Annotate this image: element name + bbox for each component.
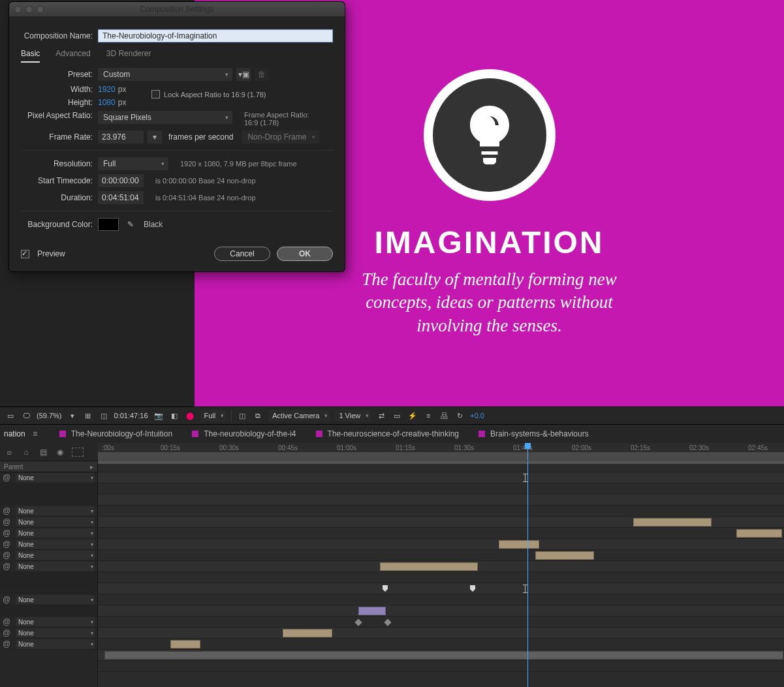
tab-3d-renderer[interactable]: 3D Renderer [106,49,151,63]
zoom-readout[interactable]: (59.7%) [37,412,62,420]
tab-intuition[interactable]: The-Neurobiology-of-Intuition [59,429,172,438]
layer-row[interactable]: @None [0,617,97,628]
track-row[interactable] [98,506,784,517]
parent-pickwhip-icon[interactable]: @ [3,562,12,571]
graph-editor-icon[interactable] [72,448,84,457]
grid-icon[interactable]: ⊞ [83,410,93,421]
tab-brain[interactable]: Brain-systems-&-behaviours [478,429,589,438]
layer-clip[interactable] [535,551,594,560]
reset-exposure-icon[interactable]: ↻ [454,410,465,421]
channels-icon[interactable]: ⬤ [185,410,195,421]
track-row[interactable] [98,472,784,483]
timecode-readout[interactable]: 0:01:47:16 [114,412,148,420]
camera-select[interactable]: Active Camera [268,410,330,421]
dialog-titlebar[interactable]: Composition Settings [9,2,345,16]
tab-creative[interactable]: The-neuroscience-of-creative-thinking [316,429,459,438]
exposure-value[interactable]: +0.0 [470,412,484,420]
parent-select[interactable]: None [16,506,95,515]
layer-row[interactable]: @None [0,550,97,561]
duration-value[interactable]: 0:04:51:04 [98,191,144,204]
track-row[interactable] [98,583,784,594]
track-row[interactable] [98,572,784,583]
chevron-down-icon[interactable]: ▾ [67,410,78,421]
width-value[interactable]: 1920 [98,85,116,94]
layer-row[interactable]: @None [0,628,97,639]
start-timecode-value[interactable]: 0:00:00:00 [98,174,144,187]
track-row[interactable] [98,650,784,661]
composition-marker[interactable] [470,585,475,592]
parent-select[interactable]: None [16,540,95,549]
track-row[interactable] [98,605,784,617]
work-area-bar[interactable] [98,452,784,461]
sync-icon[interactable]: ⇄ [376,410,386,421]
parent-select[interactable]: None [16,639,95,649]
parent-pickwhip-icon[interactable]: @ [3,517,12,527]
layer-clip[interactable] [499,540,539,549]
parent-pickwhip-icon[interactable]: @ [3,506,12,515]
eyedropper-icon[interactable]: ✎ [124,218,137,231]
pixel-aspect-icon[interactable]: ▭ [392,410,402,421]
transparency-icon[interactable]: ◫ [237,410,247,421]
show-snapshot-icon[interactable]: ◧ [169,410,180,421]
window-traffic-lights[interactable] [14,6,44,13]
layer-clip[interactable] [380,562,478,571]
cancel-button[interactable]: Cancel [214,247,270,261]
composition-marker[interactable] [383,585,388,592]
layer-row[interactable]: @None [0,539,97,550]
pixel-aspect-select[interactable]: Square Pixels [98,111,232,124]
parent-pickwhip-icon[interactable]: @ [3,617,12,626]
layer-clip[interactable] [170,640,200,649]
mask-icon[interactable]: ◫ [99,410,109,421]
layer-row[interactable]: @None [0,472,97,483]
layer-row[interactable]: @None [0,594,97,605]
layer-row[interactable]: @None [0,639,97,650]
in-out-marker[interactable] [525,474,525,482]
track-row[interactable] [98,517,784,528]
layer-row[interactable]: @None [0,561,97,572]
keyframe-diamond[interactable] [354,618,362,626]
track-row[interactable] [98,495,784,506]
track-row[interactable] [98,639,784,650]
track-row[interactable] [98,528,784,539]
layer-clip[interactable] [358,607,386,615]
playhead-line[interactable] [527,461,528,687]
in-out-marker[interactable] [525,585,525,593]
track-row[interactable] [98,661,784,672]
lock-aspect-checkbox[interactable] [151,90,160,99]
parent-pickwhip-icon[interactable]: @ [3,628,12,637]
region-icon[interactable]: ⧉ [253,410,263,421]
resolution-select[interactable]: Full [98,157,168,170]
ok-button[interactable]: OK [277,247,333,261]
parent-select[interactable]: None [16,517,95,527]
track-row[interactable] [98,561,784,572]
layer-row[interactable]: @None [0,528,97,539]
monitor-icon[interactable]: 🖵 [21,410,31,421]
fps-chevron-icon[interactable]: ▾ [148,130,162,144]
save-preset-icon[interactable]: ▾▣ [236,68,251,81]
layer-row[interactable]: @None [0,506,97,517]
parent-pickwhip-icon[interactable]: @ [3,473,12,482]
magnify-icon[interactable]: ▭ [5,410,16,421]
fps-value[interactable]: 23.976 [98,130,144,144]
timeline-ruler[interactable]: :00s 00:15s 00:30s 00:45s 01:00s 01:15s … [98,443,784,461]
parent-select[interactable]: None [16,473,95,482]
track-row[interactable] [98,550,784,561]
resolution-select[interactable]: Full [200,410,227,421]
parent-pickwhip-icon[interactable]: @ [3,540,12,549]
preview-checkbox[interactable] [21,250,29,258]
parent-select[interactable]: None [16,595,95,604]
bg-color-swatch[interactable] [98,218,119,231]
parent-select[interactable]: None [16,617,95,626]
layer-row[interactable]: @None [0,517,97,528]
layer-clip[interactable] [633,518,712,527]
timeline-tracks[interactable] [98,461,784,687]
timeline-icon[interactable]: ≡ [423,410,433,421]
layer-clip[interactable] [283,629,332,637]
layer-clip[interactable] [104,651,783,660]
preset-select[interactable]: Custom [98,68,232,81]
keyframe-diamond[interactable] [384,618,391,626]
comp-name-input[interactable] [98,29,333,42]
parent-pickwhip-icon[interactable]: @ [3,639,12,649]
motion-blur-icon[interactable]: ◉ [55,447,65,457]
track-row[interactable] [98,617,784,628]
